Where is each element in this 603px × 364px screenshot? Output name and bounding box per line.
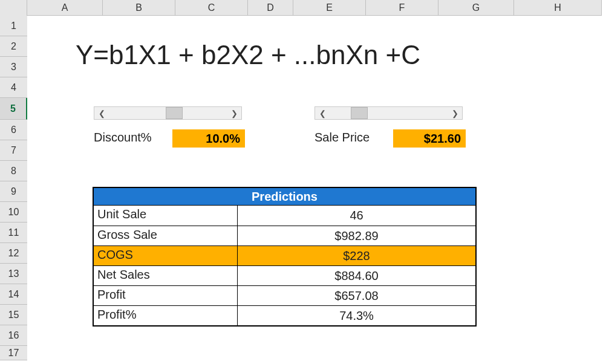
discount-label: Discount%: [94, 131, 152, 144]
row-header-13[interactable]: 13: [0, 264, 27, 284]
sale-price-label-row: Sale Price $21.60: [315, 131, 484, 145]
predictions-value: $884.60: [238, 266, 475, 285]
row-header-7[interactable]: 7: [0, 140, 27, 161]
discount-value-cell: 10.0%: [172, 129, 245, 148]
row-header-1[interactable]: 1: [0, 16, 27, 36]
column-header-C[interactable]: C: [175, 0, 248, 15]
column-header-F[interactable]: F: [366, 0, 438, 15]
table-row: Profit%74.3%: [94, 305, 475, 325]
chevron-right-icon: ❯: [231, 109, 238, 118]
chevron-left-icon: ❮: [319, 109, 326, 118]
predictions-value: $657.08: [238, 286, 475, 305]
predictions-label: COGS: [94, 246, 238, 265]
row-header-10[interactable]: 10: [0, 202, 27, 223]
predictions-label: Unit Sale: [94, 206, 238, 226]
column-header-G[interactable]: G: [438, 0, 514, 15]
table-row: Net Sales$884.60: [94, 265, 475, 285]
chevron-left-icon: ❮: [99, 109, 105, 118]
discount-scrollbar[interactable]: ❮ ❯: [94, 106, 242, 120]
sale-price-increment-button[interactable]: ❯: [448, 107, 462, 119]
sale-price-value-cell: $21.60: [393, 129, 466, 148]
predictions-label: Profit: [94, 286, 238, 305]
predictions-value: 74.3%: [238, 306, 475, 325]
table-row: Gross Sale$982.89: [94, 226, 475, 245]
table-row: COGS$228: [94, 245, 475, 265]
predictions-value: 46: [238, 206, 475, 226]
formula-heading: Y=b1X1 + b2X2 + ...bnXn +C: [76, 40, 420, 70]
column-header-E[interactable]: E: [293, 0, 366, 15]
row-header-12[interactable]: 12: [0, 243, 27, 264]
row-header-16[interactable]: 16: [0, 325, 27, 346]
row-header-4[interactable]: 4: [0, 77, 27, 98]
predictions-table: Predictions Unit Sale46Gross Sale$982.89…: [93, 187, 477, 327]
content-overlay: Y=b1X1 + b2X2 + ...bnXn +C ❮ ❯ Discount%…: [27, 16, 603, 364]
column-header-D[interactable]: D: [248, 0, 293, 15]
predictions-label: Gross Sale: [94, 226, 238, 245]
sale-price-track[interactable]: [330, 107, 448, 119]
select-all-corner[interactable]: [0, 0, 27, 16]
sale-price-scrollbar[interactable]: ❮ ❯: [315, 106, 463, 120]
discount-label-row: Discount% 10.0%: [94, 131, 263, 145]
row-header-14[interactable]: 14: [0, 284, 27, 305]
row-header-17[interactable]: 17: [0, 346, 27, 360]
row-header-9[interactable]: 9: [0, 181, 27, 202]
row-header-15[interactable]: 15: [0, 305, 27, 325]
discount-track[interactable]: [109, 107, 227, 119]
sale-price-decrement-button[interactable]: ❮: [315, 107, 330, 119]
sale-price-label: Sale Price: [315, 131, 370, 144]
row-headers: 1234567891011121314151617: [0, 16, 27, 360]
row-header-11[interactable]: 11: [0, 223, 27, 243]
table-row: Profit$657.08: [94, 285, 475, 305]
row-header-2[interactable]: 2: [0, 36, 27, 57]
discount-decrement-button[interactable]: ❮: [94, 107, 109, 119]
column-headers: ABCDEFGH: [0, 0, 602, 16]
chevron-right-icon: ❯: [452, 109, 458, 118]
row-header-6[interactable]: 6: [0, 120, 27, 140]
predictions-label: Net Sales: [94, 266, 238, 285]
row-header-8[interactable]: 8: [0, 161, 27, 181]
spreadsheet: ABCDEFGH 1234567891011121314151617 Y=b1X…: [0, 0, 603, 364]
discount-thumb[interactable]: [166, 107, 183, 119]
column-header-B[interactable]: B: [103, 0, 175, 15]
sale-price-slider-group: ❮ ❯: [315, 106, 463, 120]
discount-increment-button[interactable]: ❯: [227, 107, 241, 119]
predictions-value: $982.89: [238, 226, 475, 245]
column-header-H[interactable]: H: [514, 0, 602, 15]
predictions-label: Profit%: [94, 306, 238, 325]
column-header-A[interactable]: A: [27, 0, 103, 15]
row-header-5[interactable]: 5: [0, 98, 27, 120]
sale-price-thumb[interactable]: [351, 107, 368, 119]
predictions-title: Predictions: [94, 188, 475, 206]
predictions-value: $228: [238, 246, 475, 265]
discount-slider-group: ❮ ❯: [94, 106, 242, 120]
row-header-3[interactable]: 3: [0, 57, 27, 77]
table-row: Unit Sale46: [94, 206, 475, 226]
